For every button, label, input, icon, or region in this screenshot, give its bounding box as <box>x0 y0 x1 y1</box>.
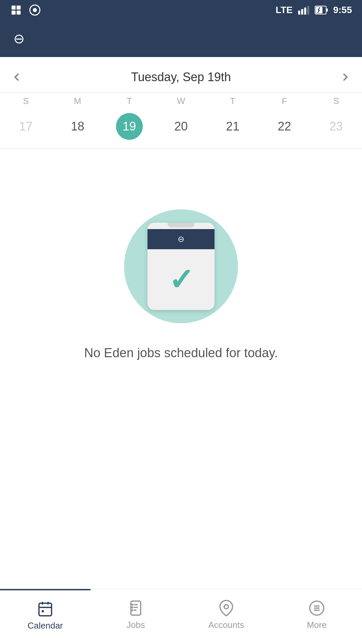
battery-icon <box>315 6 328 14</box>
day-label-thu: T <box>207 96 258 106</box>
signal-icon <box>298 5 310 15</box>
status-bar: LTE 9:55 <box>0 0 362 20</box>
svg-rect-6 <box>298 11 300 15</box>
nav-more-label: More <box>307 620 326 630</box>
svg-rect-7 <box>301 9 303 15</box>
date-20[interactable]: 20 <box>155 113 207 140</box>
nav-jobs[interactable]: Jobs <box>90 589 181 644</box>
day-label-sun: S <box>0 96 52 106</box>
notification-icon <box>10 4 22 16</box>
bottom-nav: Calendar Jobs Accounts <box>0 589 362 644</box>
svg-rect-1 <box>17 6 21 10</box>
svg-rect-8 <box>304 8 306 15</box>
status-bar-left <box>10 4 41 16</box>
day-label-fri: F <box>258 96 310 106</box>
empty-state-illustration: ⊖ ✓ <box>124 209 238 323</box>
empty-state-container: ⊖ ✓ No Eden jobs scheduled for today. <box>0 149 362 423</box>
date-19[interactable]: 19 <box>116 113 143 140</box>
svg-point-5 <box>33 8 37 12</box>
app-icon <box>29 4 41 16</box>
nav-calendar-label: Calendar <box>27 621 63 631</box>
svg-rect-16 <box>39 603 52 616</box>
app-header: ⊖ <box>0 20 362 57</box>
date-18[interactable]: 18 <box>52 113 103 140</box>
date-22[interactable]: 22 <box>258 113 310 140</box>
calendar-date-title: Tuesday, Sep 19th <box>131 70 231 84</box>
svg-rect-20 <box>42 610 44 612</box>
day-label-mon: M <box>52 96 103 106</box>
day-label-wed: W <box>155 96 207 106</box>
more-nav-icon <box>308 600 325 616</box>
nav-accounts-label: Accounts <box>208 620 244 630</box>
date-21[interactable]: 21 <box>207 113 258 140</box>
svg-rect-2 <box>12 11 16 15</box>
nav-calendar[interactable]: Calendar <box>0 589 90 644</box>
day-label-sat: S <box>310 96 362 106</box>
date-numbers-row: 17 18 19 20 21 22 23 <box>0 110 362 149</box>
phone-logo: ⊖ <box>178 234 184 244</box>
phone-graphic: ⊖ ✓ <box>147 223 215 310</box>
svg-rect-12 <box>326 8 328 12</box>
empty-state-message: No Eden jobs scheduled for today. <box>84 343 278 363</box>
status-bar-right: LTE 9:55 <box>276 5 352 15</box>
prev-week-button[interactable] <box>7 67 27 87</box>
nav-more[interactable]: More <box>272 589 362 644</box>
jobs-nav-icon <box>127 600 144 616</box>
phone-notch <box>168 223 194 227</box>
phone-header: ⊖ <box>147 229 215 249</box>
time-display: 9:55 <box>333 5 352 15</box>
svg-rect-9 <box>307 6 309 15</box>
lte-indicator: LTE <box>276 5 293 15</box>
day-labels-row: S M T W T F S <box>0 93 362 110</box>
eden-logo: ⊖ <box>13 31 25 46</box>
calendar-nav: Tuesday, Sep 19th <box>0 57 362 93</box>
nav-accounts[interactable]: Accounts <box>181 589 272 644</box>
nav-jobs-label: Jobs <box>127 620 145 630</box>
calendar-nav-icon <box>37 600 54 617</box>
date-17[interactable]: 17 <box>0 113 52 140</box>
checkmark-icon: ✓ <box>169 262 194 297</box>
next-week-button[interactable] <box>335 67 355 87</box>
svg-rect-0 <box>12 6 16 10</box>
date-19-container[interactable]: 19 <box>104 113 155 140</box>
accounts-nav-icon <box>218 600 235 616</box>
svg-rect-3 <box>17 11 21 15</box>
day-label-tue: T <box>104 96 155 106</box>
phone-body: ✓ <box>169 249 194 310</box>
svg-point-28 <box>224 604 229 609</box>
date-23[interactable]: 23 <box>310 113 362 140</box>
